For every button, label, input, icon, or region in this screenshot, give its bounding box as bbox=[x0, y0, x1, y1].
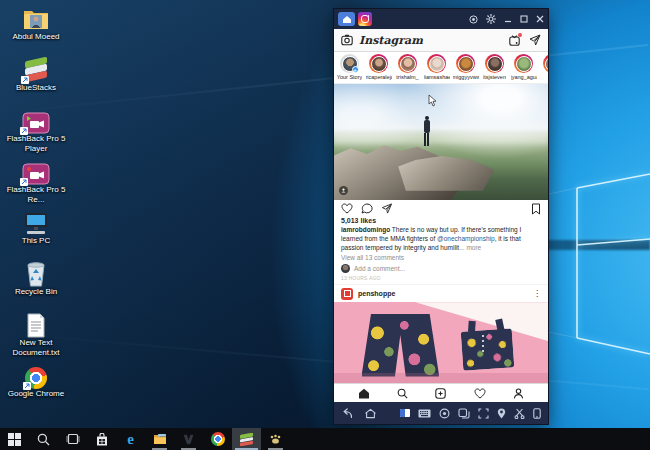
desktop-icon-label: Recycle Bin bbox=[15, 287, 57, 297]
keyboard-icon[interactable] bbox=[418, 409, 431, 418]
caption-more-link[interactable]: ... more bbox=[459, 244, 481, 251]
shortcut-arrow-icon bbox=[20, 127, 28, 135]
maximize-button[interactable] bbox=[520, 15, 528, 23]
desktop-icon-label: FlashBack Pro 5 Re... bbox=[5, 185, 67, 204]
add-story-icon: + bbox=[352, 66, 359, 73]
desktop-icon-text-document[interactable]: New Text Document.txt bbox=[4, 308, 68, 359]
post2-header: penshoppe ⋮ bbox=[334, 284, 548, 302]
desktop-icon-bluestacks[interactable]: BlueStacks bbox=[4, 53, 68, 104]
back-icon[interactable] bbox=[341, 408, 353, 419]
post-username[interactable]: iamrobdomingo bbox=[341, 226, 390, 233]
text-document-icon bbox=[26, 313, 46, 338]
desktop-icon-label: FlashBack Pro 5 Player bbox=[5, 134, 67, 153]
bookmark-icon[interactable] bbox=[531, 203, 541, 215]
igtv-icon[interactable] bbox=[509, 35, 520, 46]
person-on-cliff bbox=[422, 116, 432, 150]
post2-photo-clothes[interactable] bbox=[334, 302, 548, 383]
direct-messages-icon[interactable] bbox=[529, 34, 541, 46]
valley-haze bbox=[334, 135, 548, 144]
close-button[interactable] bbox=[536, 15, 544, 23]
mouse-cursor bbox=[428, 94, 437, 107]
bluestacks-icon bbox=[23, 57, 49, 83]
taskbar-chrome-icon[interactable] bbox=[203, 428, 232, 450]
desktop-icon-label: New Text Document.txt bbox=[5, 338, 67, 357]
desktop-icon-user-folder[interactable]: Abdul Moeed bbox=[4, 2, 68, 53]
comment-icon[interactable] bbox=[361, 203, 373, 214]
story-item[interactable]: trishalm_ bbox=[395, 54, 420, 82]
nav-profile-icon[interactable] bbox=[513, 388, 524, 399]
share-icon[interactable] bbox=[381, 203, 393, 214]
view-comments-link[interactable]: View all 13 comments bbox=[334, 252, 548, 261]
like-icon[interactable] bbox=[341, 203, 353, 214]
stories-tray: + Your Story ricaperalejo trishalm_ liam… bbox=[334, 52, 548, 84]
nav-new-post-icon[interactable] bbox=[435, 388, 446, 399]
nav-activity-icon[interactable] bbox=[474, 388, 486, 399]
bottom-shade bbox=[334, 373, 548, 383]
fullscreen-icon[interactable] bbox=[478, 408, 489, 419]
nav-search-icon[interactable] bbox=[397, 388, 408, 399]
recycle-bin-icon bbox=[24, 261, 48, 287]
desktop-icon-column: Abdul Moeed BlueStacks FlashBack Pro 5 P… bbox=[4, 2, 68, 410]
instagram-logo: Instagram bbox=[359, 34, 423, 47]
shortcut-arrow-icon bbox=[23, 382, 31, 390]
instagram-bottom-nav bbox=[334, 383, 548, 402]
paw-app-icon[interactable] bbox=[261, 428, 290, 450]
keyboard-toggle-icon[interactable] bbox=[400, 409, 410, 417]
instagram-header: Instagram bbox=[334, 29, 548, 52]
screen-recorder-icon[interactable] bbox=[469, 15, 478, 24]
story-item[interactable]: itsjsteven bbox=[482, 54, 507, 82]
game-controls-icon[interactable] bbox=[439, 408, 450, 419]
store-icon[interactable] bbox=[87, 428, 116, 450]
crop-top-buttons bbox=[482, 335, 484, 364]
story-item[interactable] bbox=[540, 54, 548, 82]
shortcut-arrow-icon bbox=[21, 76, 29, 84]
tab-instagram-app[interactable] bbox=[358, 12, 372, 26]
post2-username[interactable]: penshoppe bbox=[358, 290, 395, 297]
penshoppe-avatar[interactable] bbox=[341, 288, 353, 300]
desktop-icon-chrome[interactable]: Google Chrome bbox=[4, 359, 68, 410]
multi-instance-icon[interactable] bbox=[458, 408, 470, 419]
shortcut-arrow-icon bbox=[20, 178, 28, 186]
desktop-icon-recycle-bin[interactable]: Recycle Bin bbox=[4, 257, 68, 308]
desktop-icon-this-pc[interactable]: This PC bbox=[4, 206, 68, 257]
windows-taskbar: e V bbox=[0, 428, 650, 450]
nav-home-icon[interactable] bbox=[358, 388, 370, 399]
desktop-icon-label: Google Chrome bbox=[8, 389, 64, 399]
desktop-icon-flashback-player[interactable]: FlashBack Pro 5 Player bbox=[4, 104, 68, 155]
desktop-icon-flashback-recorder[interactable]: FlashBack Pro 5 Re... bbox=[4, 155, 68, 206]
add-comment-placeholder: Add a comment... bbox=[354, 265, 405, 272]
likes-count[interactable]: 5,013 likes bbox=[334, 217, 548, 224]
edge-icon[interactable]: e bbox=[116, 428, 145, 450]
post-timestamp: 13 hours ago bbox=[334, 273, 548, 284]
start-button[interactable] bbox=[0, 428, 29, 450]
v-player-icon[interactable]: V bbox=[174, 428, 203, 450]
add-comment-row[interactable]: Add a comment... bbox=[334, 261, 548, 273]
story-item[interactable]: miggyyvww bbox=[453, 54, 478, 82]
settings-gear-icon[interactable] bbox=[486, 14, 496, 24]
screenshot-scissors-icon[interactable] bbox=[514, 408, 525, 419]
story-item[interactable]: liamsashae bbox=[424, 54, 449, 82]
story-item[interactable]: jyang_aguas bbox=[511, 54, 536, 82]
location-icon[interactable] bbox=[497, 408, 506, 419]
taskbar-bluestacks-icon[interactable] bbox=[232, 428, 261, 450]
minimize-button[interactable] bbox=[504, 15, 512, 23]
task-view-icon[interactable] bbox=[58, 428, 87, 450]
camera-icon[interactable] bbox=[341, 34, 353, 46]
android-home-icon[interactable] bbox=[364, 408, 377, 419]
my-avatar bbox=[341, 264, 350, 273]
post-options-icon[interactable]: ⋮ bbox=[533, 289, 541, 298]
tab-bluestacks-home[interactable] bbox=[338, 12, 355, 26]
rotate-device-icon[interactable] bbox=[533, 408, 541, 419]
story-item[interactable]: ricaperalejo bbox=[366, 54, 391, 82]
this-pc-icon bbox=[21, 212, 51, 236]
taskbar-search-icon[interactable] bbox=[29, 428, 58, 450]
story-your-story[interactable]: + Your Story bbox=[337, 54, 362, 82]
user-folder-icon bbox=[21, 6, 51, 32]
tagged-people-icon[interactable] bbox=[339, 186, 348, 195]
file-explorer-icon[interactable] bbox=[145, 428, 174, 450]
post-photo-cliff[interactable] bbox=[334, 84, 548, 200]
desktop-wallpaper bbox=[0, 0, 650, 450]
mention-link[interactable]: @onechampionship bbox=[437, 235, 495, 242]
bluestacks-window: Instagram + Your Story ricaperalejo tris… bbox=[333, 8, 549, 425]
desktop-icon-label: BlueStacks bbox=[16, 83, 56, 93]
